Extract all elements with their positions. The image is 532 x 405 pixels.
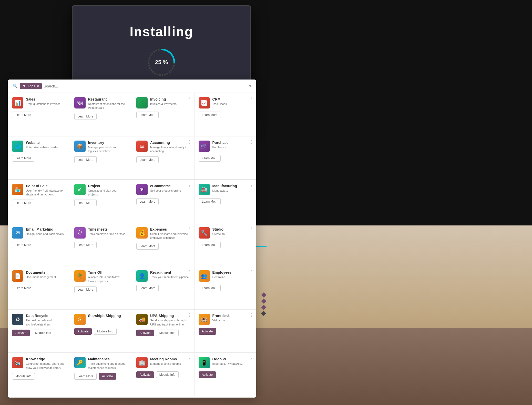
- app-name: Project: [88, 184, 128, 188]
- module-info-button[interactable]: Module Info: [156, 371, 179, 378]
- app-menu-button[interactable]: ⋮: [249, 183, 253, 188]
- app-desc: Allocate PTOs and follow leaves requests: [88, 275, 128, 283]
- learn-more-button[interactable]: Learn More: [136, 198, 159, 205]
- learn-more-button[interactable]: Learn More: [199, 112, 221, 118]
- app-menu-button[interactable]: ⋮: [187, 269, 191, 274]
- learn-more-button[interactable]: Learn Mo...: [199, 242, 221, 248]
- app-desc: Invoices & Payments: [150, 102, 190, 106]
- app-card-header: 🚚UPS ShippingSend your shippings through…: [136, 314, 190, 327]
- app-desc: Centralize...: [212, 275, 252, 279]
- app-desc: Integrated... WhatsApp...: [212, 362, 252, 366]
- learn-more-button[interactable]: Learn More: [136, 112, 159, 118]
- app-menu-button[interactable]: ⋮: [187, 313, 191, 318]
- app-actions: Learn More: [136, 198, 190, 205]
- app-icon: 📈: [199, 97, 210, 108]
- filter-tag-apps[interactable]: ▼ Apps ✕: [20, 83, 42, 89]
- app-menu-button[interactable]: ⋮: [125, 269, 129, 274]
- app-menu-button[interactable]: ⋮: [249, 226, 253, 231]
- app-menu-button[interactable]: ⋮: [63, 269, 67, 274]
- app-menu-button[interactable]: ⋮: [249, 269, 253, 274]
- activate-button[interactable]: Activate: [199, 371, 216, 378]
- activate-button[interactable]: Activate: [136, 371, 154, 378]
- app-card: ⋮🏭ManufacturingManufactu...Learn Mo...: [194, 180, 257, 223]
- activate-button[interactable]: Activate: [12, 330, 30, 336]
- learn-more-button[interactable]: Learn More: [12, 242, 34, 248]
- app-desc: Track equipment and manage maintenance r…: [88, 362, 128, 370]
- app-menu-button[interactable]: ⋮: [249, 356, 253, 361]
- app-menu-button[interactable]: ⋮: [63, 356, 67, 361]
- app-desc: Submit, validate and reinvoice employee …: [150, 232, 190, 240]
- app-card-header: 💲InvoicingInvoices & Payments: [136, 97, 190, 108]
- learn-more-button[interactable]: Learn More: [12, 285, 34, 291]
- app-actions: ActivateModule Info: [12, 330, 66, 336]
- module-info-button[interactable]: Module Info: [156, 330, 179, 336]
- installing-title: Installing: [130, 24, 193, 39]
- app-menu-button[interactable]: ⋮: [63, 96, 67, 101]
- app-menu-button[interactable]: ⋮: [187, 356, 191, 361]
- learn-more-button[interactable]: Learn More: [74, 200, 97, 206]
- app-actions: Learn More: [12, 242, 66, 248]
- app-info: eCommerceSell your products online: [150, 184, 190, 193]
- module-info-button[interactable]: Module Info: [12, 373, 35, 380]
- app-menu-button[interactable]: ⋮: [187, 140, 191, 144]
- app-card: ⋮📦InventoryManage your stock and logisti…: [70, 136, 132, 180]
- activate-button[interactable]: Activate: [199, 328, 216, 335]
- app-card: ⋮⏱TimesheetsTrack employee time on tasks…: [70, 223, 132, 266]
- module-info-button[interactable]: Module Info: [94, 328, 117, 335]
- app-card: ⋮🚚UPS ShippingSend your shippings throug…: [132, 309, 194, 353]
- search-dropdown-arrow[interactable]: ▾: [249, 84, 251, 88]
- learn-more-button[interactable]: Learn More: [74, 242, 97, 248]
- learn-more-button[interactable]: Learn More: [74, 113, 97, 120]
- app-menu-button[interactable]: ⋮: [63, 313, 67, 318]
- activate-button[interactable]: Activate: [136, 330, 154, 336]
- learn-more-button[interactable]: Learn More: [12, 155, 34, 162]
- learn-more-button[interactable]: Learn Mo...: [199, 155, 221, 162]
- app-menu-button[interactable]: ⋮: [249, 96, 253, 101]
- module-info-button[interactable]: Module Info: [32, 330, 55, 336]
- learn-more-button[interactable]: Learn More: [12, 200, 34, 206]
- app-card-header: 🛍eCommerceSell your products online: [136, 184, 190, 195]
- app-icon: ♻: [12, 314, 23, 325]
- app-icon: ⏱: [74, 227, 86, 239]
- app-info: EmployeesCentralize...: [212, 270, 252, 279]
- app-card: ⋮🛍eCommerceSell your products onlineLear…: [132, 180, 194, 223]
- app-card: ⋮🍽RestaurantRestaurant extensions for th…: [70, 93, 132, 136]
- search-input[interactable]: [44, 84, 247, 88]
- app-menu-button[interactable]: ⋮: [125, 96, 129, 101]
- app-info: Email MarketingDesign, send and track em…: [26, 227, 66, 236]
- app-menu-button[interactable]: ⋮: [249, 313, 253, 318]
- app-card: ⋮📄DocumentsDocument managementLearn More: [8, 266, 70, 309]
- app-menu-button[interactable]: ⋮: [125, 183, 129, 188]
- app-menu-button[interactable]: ⋮: [249, 140, 253, 144]
- learn-more-button[interactable]: Learn More: [136, 285, 159, 291]
- app-desc: Centralize, manage, share and grow your …: [26, 362, 66, 370]
- app-menu-button[interactable]: ⋮: [125, 226, 129, 231]
- app-desc: Organize and plan your projects: [88, 189, 128, 197]
- app-menu-button[interactable]: ⋮: [63, 226, 67, 231]
- app-name: Odoo W...: [212, 357, 252, 361]
- app-menu-button[interactable]: ⋮: [187, 226, 191, 231]
- learn-more-button[interactable]: Learn More: [74, 286, 97, 293]
- app-info: RestaurantRestaurant extensions for the …: [88, 97, 128, 110]
- app-menu-button[interactable]: ⋮: [63, 140, 67, 144]
- app-menu-button[interactable]: ⋮: [187, 183, 191, 188]
- app-info: ProjectOrganize and plan your projects: [88, 184, 128, 197]
- app-menu-button[interactable]: ⋮: [63, 183, 67, 188]
- learn-more-button[interactable]: Learn More: [74, 373, 97, 380]
- app-card: ⋮✔ProjectOrganize and plan your projects…: [70, 180, 132, 223]
- app-info: InventoryManage your stock and logistics…: [88, 141, 128, 153]
- learn-more-button[interactable]: Learn Mo...: [199, 198, 221, 205]
- learn-more-button[interactable]: Learn More: [136, 243, 159, 250]
- learn-more-button[interactable]: Learn More: [74, 156, 97, 163]
- app-info: CRMTrack leads: [212, 97, 252, 106]
- app-menu-button[interactable]: ⋮: [187, 96, 191, 101]
- app-menu-button[interactable]: ⋮: [125, 313, 129, 318]
- learn-more-button[interactable]: Learn More: [12, 112, 34, 118]
- activate-button[interactable]: Activate: [74, 328, 92, 335]
- learn-more-button[interactable]: Learn More: [136, 156, 159, 163]
- filter-remove-button[interactable]: ✕: [37, 84, 39, 88]
- app-menu-button[interactable]: ⋮: [125, 140, 129, 144]
- learn-more-button[interactable]: Learn Mo...: [199, 285, 221, 291]
- activate-button[interactable]: Activate: [99, 373, 116, 380]
- app-menu-button[interactable]: ⋮: [125, 356, 129, 361]
